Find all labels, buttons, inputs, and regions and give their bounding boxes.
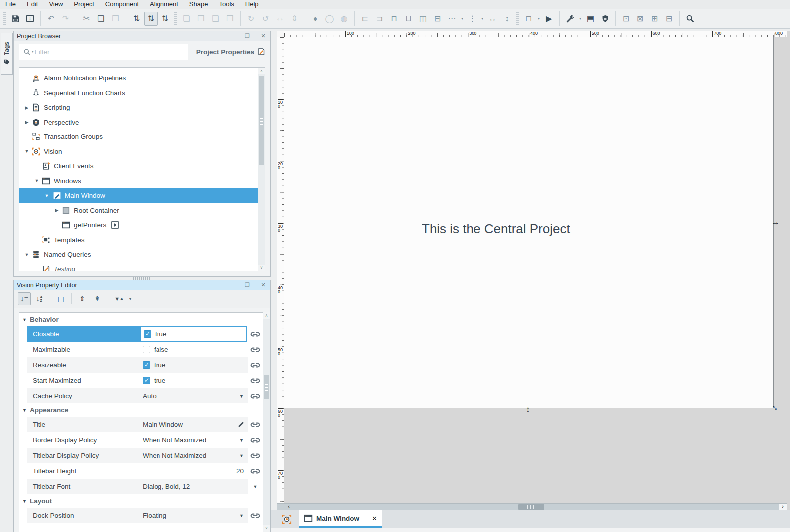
dropdown-caret-icon[interactable]: ▼ bbox=[239, 394, 245, 399]
sort-by-category-button[interactable]: ↓≡ bbox=[18, 292, 31, 305]
checkbox-unchecked[interactable] bbox=[143, 346, 150, 353]
tree-item-sequential-function-charts[interactable]: Sequential Function Charts bbox=[19, 86, 258, 101]
tree-item-scripting[interactable]: ▶Scripting bbox=[19, 100, 258, 115]
bind-property-icon[interactable] bbox=[248, 417, 263, 432]
align-right-button[interactable]: ⊐ bbox=[373, 12, 386, 26]
show-description-button[interactable]: ▤ bbox=[54, 292, 67, 305]
tools-wrench-button[interactable] bbox=[563, 12, 577, 26]
zoom-100-button[interactable]: ⊟ bbox=[662, 12, 676, 26]
size-height-button[interactable]: ↕ bbox=[500, 12, 514, 26]
resize-handle-right[interactable]: ↔ bbox=[771, 217, 780, 227]
section-behavior[interactable]: ▼Behavior bbox=[19, 313, 263, 326]
send-to-back-button[interactable]: ❒ bbox=[223, 12, 237, 26]
tree-item-testing[interactable]: Testing bbox=[19, 262, 258, 272]
title-text-field[interactable]: Main Window bbox=[140, 417, 248, 432]
bind-property-icon[interactable] bbox=[248, 326, 263, 342]
menu-help[interactable]: Help bbox=[240, 0, 264, 9]
bring-to-front-button[interactable]: ❑ bbox=[209, 12, 222, 26]
tree-item-perspective[interactable]: ▶Perspective bbox=[19, 115, 258, 130]
collapse-section-icon[interactable]: ▼ bbox=[22, 499, 27, 504]
bind-property-icon[interactable] bbox=[248, 388, 263, 403]
bind-property-icon[interactable] bbox=[248, 463, 263, 479]
toolbar-grip[interactable] bbox=[516, 12, 519, 25]
zoom-fit-button[interactable]: ⊠ bbox=[633, 12, 647, 26]
zoom-region-button[interactable]: ⊞ bbox=[648, 12, 661, 26]
bring-forward-button[interactable]: ❐ bbox=[194, 12, 208, 26]
tree-item-windows[interactable]: ▼Windows bbox=[19, 174, 258, 189]
dropdown-titlebar-font[interactable]: Dialog, Bold, 12 bbox=[140, 479, 248, 494]
distribute-h-caret-icon[interactable]: ▾ bbox=[460, 16, 465, 21]
menu-alignment[interactable]: Alignment bbox=[144, 0, 184, 9]
tree-item-transaction-groups[interactable]: Transaction Groups bbox=[19, 130, 258, 144]
close-panel-icon[interactable]: ✕ bbox=[259, 282, 267, 288]
checkbox-checked[interactable] bbox=[143, 377, 150, 384]
float-panel-icon[interactable]: ❐ bbox=[243, 33, 251, 39]
zoom-selection-button[interactable]: ⊡ bbox=[619, 12, 632, 26]
titlebar-height-field[interactable]: 20 bbox=[140, 463, 248, 479]
property-row-start-maximized[interactable]: Start Maximized true bbox=[19, 373, 263, 388]
size-width-button[interactable]: ↔ bbox=[486, 12, 499, 26]
script-console-button[interactable]: ▤ bbox=[584, 12, 597, 26]
swap-order-alt-button[interactable]: ⇅ bbox=[158, 12, 172, 26]
redo-button[interactable]: ↷ bbox=[59, 12, 72, 26]
property-row-resizeable[interactable]: Resizeable true bbox=[19, 357, 263, 373]
scroll-down-icon[interactable]: ∨ bbox=[263, 525, 270, 531]
section-appearance[interactable]: ▼Appearance bbox=[19, 403, 263, 417]
dropdown-caret-icon[interactable]: ▼ bbox=[239, 453, 245, 458]
play-preview-button[interactable]: ▶ bbox=[542, 12, 556, 26]
tree-item-vision[interactable]: ▼Vision bbox=[19, 144, 258, 159]
property-row-closable[interactable]: Closable true bbox=[19, 326, 263, 342]
gateway-security-button[interactable] bbox=[598, 12, 612, 26]
cut-button[interactable]: ✂ bbox=[80, 12, 93, 26]
property-row-title[interactable]: Title Main Window bbox=[19, 417, 263, 432]
property-row-titlebar-height[interactable]: Titlebar Height 20 bbox=[19, 463, 263, 479]
tree-item-root-container[interactable]: ▶Root Container bbox=[19, 203, 258, 218]
scrollbar-thumb[interactable] bbox=[259, 76, 264, 165]
sort-alphabetical-button[interactable]: ↓AZ bbox=[33, 292, 46, 305]
distribute-v-caret-icon[interactable]: ▾ bbox=[480, 16, 485, 21]
bind-property-icon[interactable] bbox=[248, 508, 263, 523]
property-row-cache-policy[interactable]: Cache Policy Auto▼ bbox=[19, 388, 263, 403]
expand-closed-icon[interactable]: ▶ bbox=[23, 120, 30, 125]
bind-property-icon[interactable] bbox=[248, 357, 263, 373]
collapse-section-icon[interactable]: ▼ bbox=[22, 317, 27, 322]
expand-closed-icon[interactable]: ▶ bbox=[53, 208, 60, 213]
tags-panel-tab[interactable]: Tags bbox=[1, 33, 13, 75]
menu-file[interactable]: File bbox=[0, 0, 21, 9]
scroll-down-icon[interactable]: ∨ bbox=[258, 265, 265, 271]
tree-item-templates[interactable]: Templates bbox=[19, 233, 258, 248]
collapse-categories-button[interactable]: ⇞ bbox=[91, 292, 104, 305]
tree-scrollbar[interactable]: ∧ ∨ bbox=[258, 68, 265, 271]
project-properties-link[interactable]: Project Properties bbox=[196, 48, 265, 56]
paste-button[interactable]: ❐ bbox=[109, 12, 122, 26]
undo-button[interactable]: ↶ bbox=[44, 12, 58, 26]
property-row-titlebar-font[interactable]: Titlebar Font Dialog, Bold, 12 ▼ bbox=[19, 479, 263, 494]
flip-horizontal-button[interactable]: ⇔ bbox=[273, 12, 287, 26]
tree-item-named-queries[interactable]: ▼Named Queries bbox=[19, 247, 258, 262]
send-backward-button[interactable]: ❏ bbox=[180, 12, 193, 26]
align-bottom-button[interactable]: ⊔ bbox=[402, 12, 415, 26]
shape-union-button[interactable]: ● bbox=[309, 12, 322, 26]
menu-project[interactable]: Project bbox=[68, 0, 99, 9]
collapse-section-icon[interactable]: ▼ bbox=[22, 408, 27, 413]
dropdown-border-display-policy[interactable]: When Not Maximized▼ bbox=[140, 432, 248, 448]
bind-property-icon[interactable] bbox=[248, 448, 263, 463]
preview-mode-button[interactable]: □ bbox=[522, 12, 535, 26]
expand-open-icon[interactable]: ▼ bbox=[23, 149, 30, 154]
shape-intersect-button[interactable]: ◍ bbox=[337, 12, 351, 26]
expand-closed-icon[interactable]: ▶ bbox=[23, 105, 30, 110]
close-tab-icon[interactable]: ✕ bbox=[372, 515, 377, 522]
dropdown-caret-icon[interactable]: ▼ bbox=[239, 513, 245, 518]
expand-open-icon[interactable]: ▼ bbox=[33, 178, 40, 183]
tree-item-client-events[interactable]: Client Events bbox=[19, 159, 258, 174]
bind-property-icon[interactable] bbox=[248, 342, 263, 357]
rotate-cw-button[interactable]: ↻ bbox=[244, 12, 258, 26]
dropdown-caret-icon[interactable]: ▼ bbox=[239, 438, 245, 443]
align-center-h-button[interactable]: ◫ bbox=[416, 12, 430, 26]
distribute-v-button[interactable]: ⋮ bbox=[466, 12, 479, 26]
dropdown-cache-policy[interactable]: Auto▼ bbox=[140, 388, 248, 403]
save-import-icon[interactable]: ↓ bbox=[23, 12, 37, 26]
zoom-magnifier-button[interactable] bbox=[683, 12, 697, 26]
tree-item-main-window[interactable]: ▼–Main Window bbox=[19, 188, 265, 203]
menu-component[interactable]: Component bbox=[100, 0, 144, 9]
